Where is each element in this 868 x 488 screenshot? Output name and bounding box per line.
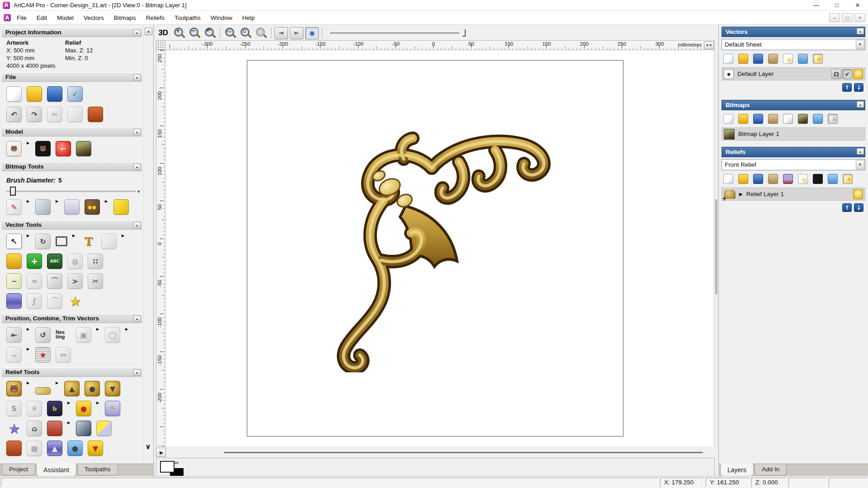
rollup-button[interactable]: ▲	[857, 101, 864, 108]
lightbox-icon[interactable]: ⌐	[56, 141, 71, 156]
merge-vector-layers-icon[interactable]	[768, 54, 778, 64]
horizontal-scrollbar[interactable]	[224, 452, 703, 453]
vector-layer-row[interactable]: ● Default Layer Ω↙	[722, 67, 865, 80]
snap-layer-icon[interactable]: ↙	[842, 69, 852, 79]
palette-icon[interactable]: ●●	[85, 199, 100, 215]
menu-help[interactable]: Help	[237, 13, 260, 23]
node-editing-icon[interactable]: ~	[6, 273, 22, 289]
zoom-box-icon[interactable]: ▭	[223, 26, 237, 40]
scroll-up-icon[interactable]: ▲	[145, 28, 152, 35]
panel-scrollbar[interactable]: ▲ ∨	[143, 25, 153, 465]
delete-relief-layer-icon[interactable]	[828, 174, 838, 184]
slider-handle[interactable]	[10, 187, 16, 196]
vector-texture-abc-icon[interactable]: ABC	[47, 253, 62, 269]
copy-relief-icon[interactable]: ↷	[105, 401, 120, 416]
merge-bitmap-layers-icon[interactable]	[768, 114, 778, 124]
relief-layer-row[interactable]: ▶ Relief Layer 1	[722, 188, 865, 201]
open-model-icon[interactable]	[27, 86, 42, 102]
create-arc-icon[interactable]: ⌒	[47, 273, 62, 289]
red-relief-icon[interactable]	[6, 441, 22, 456]
rollup-button[interactable]: ▲	[857, 28, 864, 34]
save-bitmap-layer-icon[interactable]	[753, 114, 763, 124]
link-colours-icon[interactable]: ∞	[175, 459, 179, 466]
tab-layers[interactable]: Layers	[720, 464, 754, 476]
delete-bitmap-layer-icon[interactable]	[813, 114, 823, 124]
preview-relief-layer-button[interactable]: ◉	[305, 27, 319, 39]
rollup-button[interactable]: ▲	[133, 222, 141, 228]
relief-select[interactable]: Front Relief ▼	[722, 159, 865, 170]
paste-icon[interactable]	[88, 107, 103, 122]
flyout-arrow[interactable]: ▶	[72, 234, 76, 249]
flyout-arrow[interactable]: ▶	[27, 347, 30, 362]
rollup-button[interactable]: ▲	[133, 369, 141, 375]
zoom-previous-icon[interactable]: ↶	[203, 26, 217, 40]
bend-vector-icon[interactable]: ∫	[27, 293, 42, 309]
chevron-down-icon[interactable]: ▼	[856, 160, 864, 169]
flyout-arrow[interactable]: ▶	[67, 421, 71, 436]
tab-project[interactable]: Project	[2, 464, 35, 475]
vector-distort-icon[interactable]: ★	[35, 347, 51, 362]
expander-icon[interactable]: ▶	[739, 192, 743, 197]
relief-from-image-icon[interactable]: b	[47, 401, 62, 416]
toggle-vector-visibility-icon[interactable]	[783, 54, 793, 64]
sheet-select[interactable]: Default Sheet ▼	[722, 39, 865, 50]
paste-along-curve-icon[interactable]: ∷	[88, 253, 103, 269]
wizard-icon[interactable]: ✓	[67, 86, 83, 102]
move-layer-up-button[interactable]: ↑	[842, 203, 852, 212]
weld-vectors-icon[interactable]: ◯	[105, 327, 120, 343]
layer-visibility-bulb-icon[interactable]	[853, 69, 863, 79]
redo-icon[interactable]: ↷	[27, 107, 42, 122]
tab-add-in[interactable]: Add In	[755, 464, 787, 475]
undo-icon[interactable]: ↶	[6, 107, 22, 122]
vertical-scrollbar[interactable]	[714, 50, 718, 446]
create-star-icon[interactable]: ★	[67, 293, 83, 309]
rollup-button[interactable]: ▲	[133, 129, 141, 135]
save-relief-layer-icon[interactable]	[753, 174, 763, 184]
layer-colour-swatch[interactable]: ●	[724, 69, 734, 79]
group-vectors-icon[interactable]: ▣	[76, 327, 91, 343]
rollup-button[interactable]: ▲	[857, 148, 864, 155]
texture-relief-icon[interactable]: ★	[6, 421, 22, 436]
new-vector-layer-icon[interactable]	[723, 54, 733, 64]
sphere-relief-icon[interactable]: ●	[67, 441, 83, 456]
extend-vector-icon[interactable]	[6, 293, 22, 309]
paint-brush-icon[interactable]: ✎	[6, 199, 22, 215]
bitmap-layer-row[interactable]: Bitmap Layer 1	[722, 127, 865, 141]
zoom-object-icon[interactable]	[254, 26, 268, 40]
flood-fill-icon[interactable]	[113, 199, 129, 215]
flyout-arrow[interactable]: ▶	[27, 234, 30, 249]
move-layer-down-button[interactable]: ↓	[854, 203, 863, 212]
offset-relief-icon[interactable]: ●	[76, 401, 91, 416]
greyscale-from-image-icon[interactable]	[76, 141, 91, 156]
toggle-relief-visibility-icon[interactable]	[798, 174, 808, 184]
restore-button[interactable]: □	[826, 0, 847, 10]
mesh-creator-icon[interactable]: ▦	[27, 441, 42, 456]
blank-bitmap-icon[interactable]	[783, 114, 793, 124]
mdi-restore-button[interactable]: □	[842, 13, 853, 22]
menu-reliefs[interactable]: Reliefs	[141, 13, 170, 23]
scroll-down-icon[interactable]: ∨	[145, 442, 151, 451]
new-model-icon[interactable]	[6, 86, 22, 102]
greyscale-relief-icon[interactable]	[813, 174, 823, 184]
pan-mode-button[interactable]: ∶▶	[156, 448, 166, 457]
open-relief-layer-icon[interactable]	[738, 174, 748, 184]
ruler-options-button[interactable]: ▼▼	[704, 42, 714, 49]
select-vectors-tool-icon[interactable]: ↖	[6, 234, 22, 249]
toggle-all-reliefs-icon[interactable]	[843, 174, 853, 184]
rollup-button[interactable]: ▲	[133, 164, 141, 170]
toggle-all-vectors-icon[interactable]	[813, 54, 823, 64]
sculpting-icon[interactable]: 🐻	[6, 381, 22, 396]
flyout-arrow[interactable]: ▶	[27, 141, 30, 156]
rollup-button[interactable]: ▲	[133, 315, 141, 322]
add-vector-icon[interactable]: +	[27, 253, 42, 269]
tab-toolpaths[interactable]: Toolpaths	[77, 464, 118, 475]
slider-handle[interactable]	[462, 29, 466, 37]
flyout-arrow[interactable]: ▶	[105, 199, 108, 215]
subtract-relief-icon[interactable]: ●	[85, 381, 100, 396]
flyout-arrow[interactable]: ▶	[27, 381, 30, 396]
ruler-origin-box[interactable]	[156, 40, 165, 50]
flyout-arrow[interactable]: ▶	[27, 199, 30, 215]
set-model-size-icon[interactable]: 🐻	[6, 141, 22, 156]
lock-layer-icon[interactable]: Ω	[831, 69, 841, 79]
next-bitmap-layer-button[interactable]: ⇤	[290, 27, 303, 39]
